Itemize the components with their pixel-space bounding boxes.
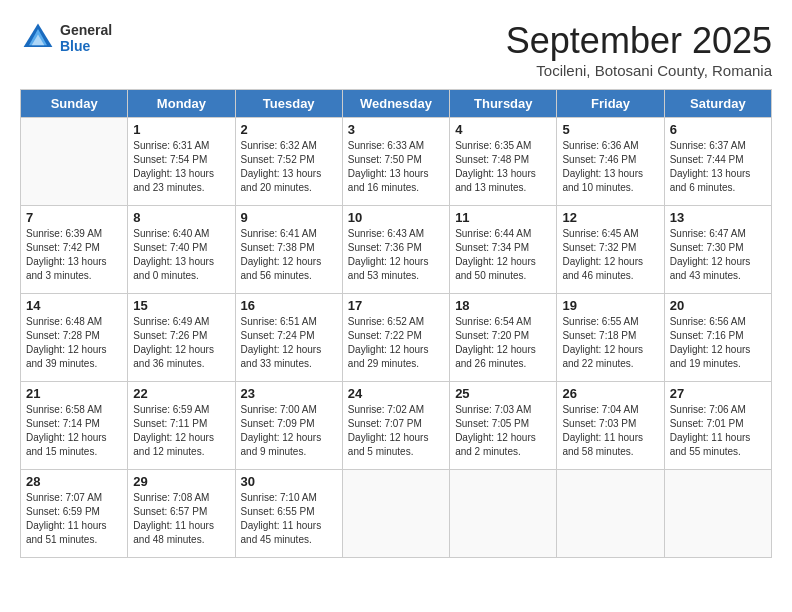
week-row-3: 14Sunrise: 6:48 AM Sunset: 7:28 PM Dayli… [21,294,772,382]
day-info: Sunrise: 6:39 AM Sunset: 7:42 PM Dayligh… [26,227,122,283]
calendar-cell: 11Sunrise: 6:44 AM Sunset: 7:34 PM Dayli… [450,206,557,294]
day-number: 20 [670,298,766,313]
month-title: September 2025 [506,20,772,62]
calendar-cell: 6Sunrise: 6:37 AM Sunset: 7:44 PM Daylig… [664,118,771,206]
calendar-cell [450,470,557,558]
calendar-cell [664,470,771,558]
logo-text: General Blue [60,22,112,54]
day-info: Sunrise: 6:52 AM Sunset: 7:22 PM Dayligh… [348,315,444,371]
calendar-cell: 15Sunrise: 6:49 AM Sunset: 7:26 PM Dayli… [128,294,235,382]
day-number: 19 [562,298,658,313]
day-number: 8 [133,210,229,225]
week-row-1: 1Sunrise: 6:31 AM Sunset: 7:54 PM Daylig… [21,118,772,206]
calendar-cell: 20Sunrise: 6:56 AM Sunset: 7:16 PM Dayli… [664,294,771,382]
day-info: Sunrise: 7:08 AM Sunset: 6:57 PM Dayligh… [133,491,229,547]
day-number: 29 [133,474,229,489]
calendar-cell: 10Sunrise: 6:43 AM Sunset: 7:36 PM Dayli… [342,206,449,294]
day-info: Sunrise: 6:36 AM Sunset: 7:46 PM Dayligh… [562,139,658,195]
day-info: Sunrise: 7:03 AM Sunset: 7:05 PM Dayligh… [455,403,551,459]
day-info: Sunrise: 7:02 AM Sunset: 7:07 PM Dayligh… [348,403,444,459]
day-info: Sunrise: 6:31 AM Sunset: 7:54 PM Dayligh… [133,139,229,195]
calendar-cell: 27Sunrise: 7:06 AM Sunset: 7:01 PM Dayli… [664,382,771,470]
day-info: Sunrise: 6:41 AM Sunset: 7:38 PM Dayligh… [241,227,337,283]
calendar-cell: 19Sunrise: 6:55 AM Sunset: 7:18 PM Dayli… [557,294,664,382]
day-number: 7 [26,210,122,225]
day-number: 5 [562,122,658,137]
calendar-cell: 28Sunrise: 7:07 AM Sunset: 6:59 PM Dayli… [21,470,128,558]
day-number: 12 [562,210,658,225]
day-number: 23 [241,386,337,401]
day-info: Sunrise: 6:44 AM Sunset: 7:34 PM Dayligh… [455,227,551,283]
day-number: 6 [670,122,766,137]
calendar-cell: 5Sunrise: 6:36 AM Sunset: 7:46 PM Daylig… [557,118,664,206]
calendar-cell: 25Sunrise: 7:03 AM Sunset: 7:05 PM Dayli… [450,382,557,470]
day-number: 22 [133,386,229,401]
calendar-cell: 7Sunrise: 6:39 AM Sunset: 7:42 PM Daylig… [21,206,128,294]
calendar-cell: 22Sunrise: 6:59 AM Sunset: 7:11 PM Dayli… [128,382,235,470]
day-number: 25 [455,386,551,401]
day-number: 18 [455,298,551,313]
day-number: 27 [670,386,766,401]
day-number: 4 [455,122,551,137]
day-info: Sunrise: 6:33 AM Sunset: 7:50 PM Dayligh… [348,139,444,195]
day-number: 15 [133,298,229,313]
calendar-cell: 8Sunrise: 6:40 AM Sunset: 7:40 PM Daylig… [128,206,235,294]
logo-icon [20,20,56,56]
day-info: Sunrise: 6:35 AM Sunset: 7:48 PM Dayligh… [455,139,551,195]
day-info: Sunrise: 7:04 AM Sunset: 7:03 PM Dayligh… [562,403,658,459]
col-header-monday: Monday [128,90,235,118]
calendar-header-row: SundayMondayTuesdayWednesdayThursdayFrid… [21,90,772,118]
day-number: 17 [348,298,444,313]
day-info: Sunrise: 6:32 AM Sunset: 7:52 PM Dayligh… [241,139,337,195]
col-header-wednesday: Wednesday [342,90,449,118]
calendar-cell: 1Sunrise: 6:31 AM Sunset: 7:54 PM Daylig… [128,118,235,206]
day-info: Sunrise: 6:51 AM Sunset: 7:24 PM Dayligh… [241,315,337,371]
calendar-cell: 30Sunrise: 7:10 AM Sunset: 6:55 PM Dayli… [235,470,342,558]
day-info: Sunrise: 6:48 AM Sunset: 7:28 PM Dayligh… [26,315,122,371]
day-info: Sunrise: 6:45 AM Sunset: 7:32 PM Dayligh… [562,227,658,283]
day-info: Sunrise: 6:54 AM Sunset: 7:20 PM Dayligh… [455,315,551,371]
day-number: 21 [26,386,122,401]
day-info: Sunrise: 6:47 AM Sunset: 7:30 PM Dayligh… [670,227,766,283]
day-info: Sunrise: 6:43 AM Sunset: 7:36 PM Dayligh… [348,227,444,283]
calendar-cell: 24Sunrise: 7:02 AM Sunset: 7:07 PM Dayli… [342,382,449,470]
calendar-cell [342,470,449,558]
calendar-cell: 17Sunrise: 6:52 AM Sunset: 7:22 PM Dayli… [342,294,449,382]
day-number: 10 [348,210,444,225]
col-header-friday: Friday [557,90,664,118]
day-info: Sunrise: 6:49 AM Sunset: 7:26 PM Dayligh… [133,315,229,371]
page-header: General Blue September 2025 Tocileni, Bo… [20,20,772,79]
calendar-cell: 3Sunrise: 6:33 AM Sunset: 7:50 PM Daylig… [342,118,449,206]
day-number: 13 [670,210,766,225]
day-info: Sunrise: 7:00 AM Sunset: 7:09 PM Dayligh… [241,403,337,459]
calendar-cell: 21Sunrise: 6:58 AM Sunset: 7:14 PM Dayli… [21,382,128,470]
week-row-4: 21Sunrise: 6:58 AM Sunset: 7:14 PM Dayli… [21,382,772,470]
day-number: 2 [241,122,337,137]
day-info: Sunrise: 6:59 AM Sunset: 7:11 PM Dayligh… [133,403,229,459]
calendar-cell: 23Sunrise: 7:00 AM Sunset: 7:09 PM Dayli… [235,382,342,470]
day-info: Sunrise: 7:10 AM Sunset: 6:55 PM Dayligh… [241,491,337,547]
day-number: 9 [241,210,337,225]
calendar-table: SundayMondayTuesdayWednesdayThursdayFrid… [20,89,772,558]
day-info: Sunrise: 7:06 AM Sunset: 7:01 PM Dayligh… [670,403,766,459]
col-header-saturday: Saturday [664,90,771,118]
day-number: 1 [133,122,229,137]
day-number: 24 [348,386,444,401]
calendar-cell: 4Sunrise: 6:35 AM Sunset: 7:48 PM Daylig… [450,118,557,206]
day-number: 30 [241,474,337,489]
day-info: Sunrise: 6:37 AM Sunset: 7:44 PM Dayligh… [670,139,766,195]
location-title: Tocileni, Botosani County, Romania [506,62,772,79]
day-number: 14 [26,298,122,313]
calendar-cell [21,118,128,206]
day-info: Sunrise: 6:56 AM Sunset: 7:16 PM Dayligh… [670,315,766,371]
calendar-cell: 9Sunrise: 6:41 AM Sunset: 7:38 PM Daylig… [235,206,342,294]
calendar-cell: 14Sunrise: 6:48 AM Sunset: 7:28 PM Dayli… [21,294,128,382]
day-number: 28 [26,474,122,489]
calendar-cell: 29Sunrise: 7:08 AM Sunset: 6:57 PM Dayli… [128,470,235,558]
day-number: 16 [241,298,337,313]
week-row-2: 7Sunrise: 6:39 AM Sunset: 7:42 PM Daylig… [21,206,772,294]
day-number: 3 [348,122,444,137]
calendar-cell: 18Sunrise: 6:54 AM Sunset: 7:20 PM Dayli… [450,294,557,382]
day-number: 11 [455,210,551,225]
day-number: 26 [562,386,658,401]
